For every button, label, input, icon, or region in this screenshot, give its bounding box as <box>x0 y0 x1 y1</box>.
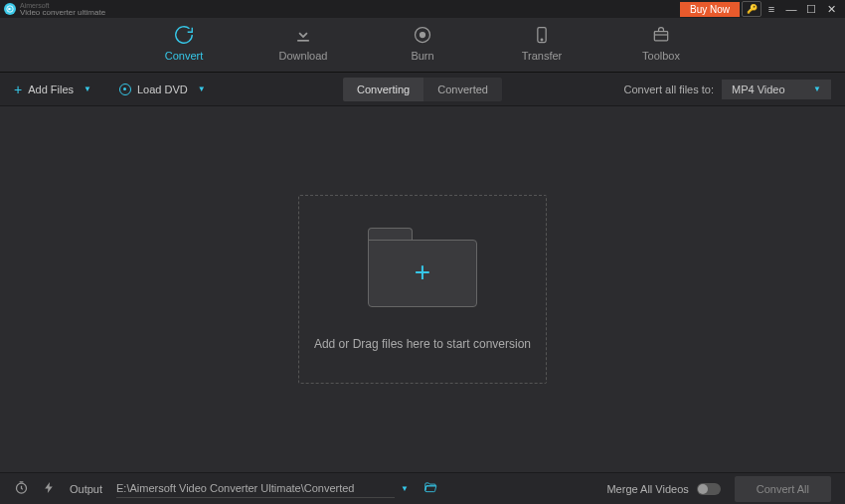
add-files-button[interactable]: + Add Files ▼ <box>14 82 91 97</box>
key-icon[interactable]: 🔑 <box>742 1 761 17</box>
main-nav: Convert Download Burn Transfer Toolbox <box>0 18 845 73</box>
plus-icon: + <box>415 256 430 288</box>
merge-toggle[interactable] <box>697 483 721 495</box>
toolbox-icon <box>650 24 672 46</box>
close-button[interactable]: ✕ <box>821 1 841 17</box>
disc-icon <box>119 84 131 95</box>
menu-icon[interactable]: ≡ <box>761 1 781 17</box>
tab-download[interactable]: Download <box>268 24 338 72</box>
workspace: + Add or Drag files here to start conver… <box>0 106 845 472</box>
app-title: Aimersoft Video converter ultimate <box>20 2 105 17</box>
flash-icon[interactable] <box>43 481 56 497</box>
tab-label: Download <box>279 50 328 62</box>
output-path-input[interactable] <box>116 479 395 498</box>
chevron-down-icon: ▼ <box>813 84 821 93</box>
toolbar: + Add Files ▼ Load DVD ▼ Converting Conv… <box>0 73 845 106</box>
output-format-select[interactable]: MP4 Video ▼ <box>722 80 831 99</box>
convert-all-to-label: Convert all files to: <box>624 84 714 95</box>
status-segment: Converting Converted <box>343 78 502 101</box>
tab-burn[interactable]: Burn <box>388 24 457 72</box>
maximize-button[interactable]: ☐ <box>801 1 821 17</box>
chevron-down-icon[interactable]: ▼ <box>401 484 409 493</box>
burn-icon <box>412 24 433 46</box>
merge-label: Merge All Videos <box>606 483 688 495</box>
file-dropzone[interactable]: + Add or Drag files here to start conver… <box>298 195 547 384</box>
convert-all-button[interactable]: Convert All <box>735 476 831 502</box>
tab-label: Burn <box>411 50 433 62</box>
load-dvd-label: Load DVD <box>137 84 188 95</box>
load-dvd-button[interactable]: Load DVD ▼ <box>119 84 206 95</box>
folder-icon: + <box>368 228 477 307</box>
output-label: Output <box>70 483 102 495</box>
tab-toolbox[interactable]: Toolbox <box>626 24 696 72</box>
svg-point-5 <box>541 39 543 41</box>
transfer-icon <box>531 24 553 46</box>
svg-point-3 <box>421 33 425 38</box>
open-folder-icon[interactable] <box>422 480 438 497</box>
plus-icon: + <box>14 82 22 97</box>
tab-label: Toolbox <box>642 50 680 62</box>
svg-rect-6 <box>654 32 667 41</box>
tab-convert[interactable]: Convert <box>149 24 219 72</box>
add-files-label: Add Files <box>28 84 74 95</box>
segment-converting[interactable]: Converting <box>343 78 423 101</box>
segment-converted[interactable]: Converted <box>423 78 502 101</box>
minimize-button[interactable]: — <box>781 1 801 17</box>
svg-rect-1 <box>297 40 309 42</box>
chevron-down-icon: ▼ <box>198 84 206 93</box>
dropzone-text: Add or Drag files here to start conversi… <box>314 337 531 351</box>
chevron-down-icon: ▼ <box>84 84 91 93</box>
tab-transfer[interactable]: Transfer <box>507 24 577 72</box>
buy-now-button[interactable]: Buy Now <box>680 2 740 17</box>
app-logo-icon <box>4 3 16 15</box>
clock-icon[interactable] <box>14 480 29 498</box>
tab-label: Transfer <box>522 50 563 62</box>
download-icon <box>292 24 314 46</box>
tab-label: Convert <box>165 50 204 62</box>
footer: Output ▼ Merge All Videos Convert All <box>0 472 845 504</box>
titlebar: Aimersoft Video converter ultimate Buy N… <box>0 0 845 18</box>
format-value: MP4 Video <box>732 84 785 95</box>
convert-icon <box>173 24 195 46</box>
